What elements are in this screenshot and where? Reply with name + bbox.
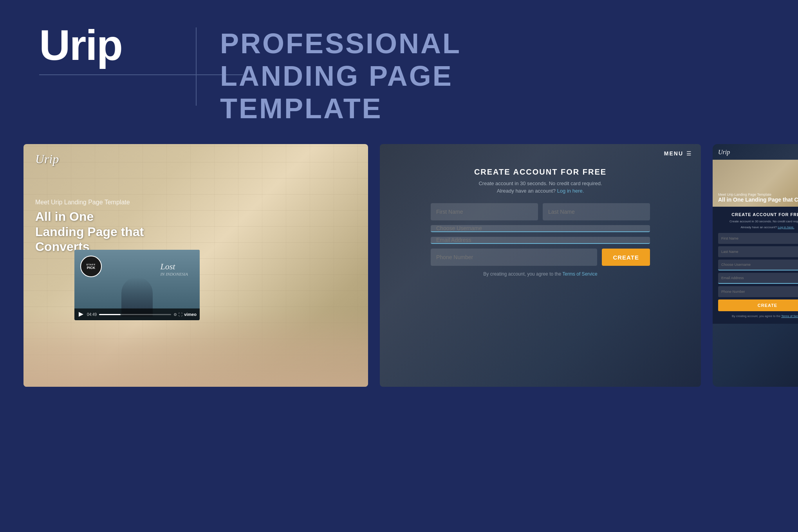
hamburger-icon[interactable]: ☰: [686, 150, 691, 157]
form-fields: CREATE: [431, 203, 650, 266]
mobile-last-name[interactable]: [718, 246, 798, 257]
badge-pick-text: PICK: [87, 266, 96, 270]
progress-bar[interactable]: [99, 314, 171, 315]
form-container: CREATE ACCOUNT FOR FREE Create account i…: [431, 168, 650, 277]
mobile-preview-card: Urip MENU ☰ Meet Urip Landing Page Templ…: [713, 144, 798, 387]
mobile-form-login: Already have an account? Log in here.: [718, 225, 798, 229]
mobile-login-link[interactable]: Log in here.: [778, 225, 794, 229]
first-name-input[interactable]: [431, 203, 538, 220]
video-inner: STAFF PICK Lost IN INDONESIA 04:49: [74, 250, 200, 320]
mobile-form-subtitle: Create account in 30 seconds. No credit …: [718, 219, 798, 224]
hand-overlay: [23, 308, 368, 387]
username-input[interactable]: [431, 225, 650, 232]
logo-underline: [39, 74, 243, 75]
tagline: PROFESSIONALLANDING PAGETEMPLATE: [220, 27, 759, 124]
left-nav: Urip: [35, 152, 59, 166]
left-meet-text: Meet Urip Landing Page Template: [35, 199, 145, 206]
tagline-section: PROFESSIONALLANDING PAGETEMPLATE: [220, 23, 759, 124]
login-link[interactable]: Log in here.: [557, 188, 584, 194]
left-logo: Urip: [35, 152, 59, 166]
header-divider: [196, 27, 197, 106]
mobile-nav: Urip MENU ☰: [713, 144, 798, 160]
left-preview-card: Urip Meet Urip Landing Page Template All…: [23, 144, 368, 387]
right-bg: MENU ☰ CREATE ACCOUNT FOR FREE Create ac…: [380, 144, 701, 387]
video-thumbnail[interactable]: STAFF PICK Lost IN INDONESIA 04:49: [74, 250, 200, 320]
fullscreen-icon: ⛶: [179, 312, 182, 317]
lost-sub: IN INDONESIA: [160, 272, 188, 276]
video-icons: ⚙ ⛶ vimeo: [173, 312, 197, 317]
email-input[interactable]: [431, 237, 650, 244]
left-hero-text: Meet Urip Landing Page Template All in O…: [35, 199, 145, 254]
mobile-terms-link[interactable]: Terms of Service: [781, 314, 798, 318]
play-button[interactable]: [78, 311, 85, 318]
mobile-logo: Urip: [718, 149, 730, 156]
mobile-terms-text: By creating account, you agree to the: [732, 314, 780, 318]
mobile-email[interactable]: [718, 273, 798, 284]
name-row: [431, 203, 650, 220]
left-headline: All in One Landing Page that Converts: [35, 209, 145, 254]
terms-text: By creating account, you agree to the: [483, 271, 561, 277]
logo-section: Urip: [39, 23, 172, 75]
mobile-first-name[interactable]: [718, 233, 798, 244]
right-nav: MENU ☰: [380, 144, 701, 163]
terms-link[interactable]: Terms of Service: [562, 271, 597, 277]
play-icon: [79, 312, 83, 317]
form-login-text: Already have an account?: [497, 188, 556, 194]
mobile-headline: All in One Landing Page that Converts: [718, 197, 798, 203]
mobile-terms: By creating account, you agree to the Te…: [718, 314, 798, 319]
form-title: CREATE ACCOUNT FOR FREE: [431, 168, 650, 177]
mobile-login-text: Already have an account?: [740, 225, 777, 229]
mobile-meet-text: Meet Urip Landing Page Template: [718, 193, 798, 197]
vimeo-logo: vimeo: [184, 312, 197, 317]
create-button[interactable]: CREATE: [602, 249, 650, 266]
progress-fill: [99, 314, 121, 315]
video-controls[interactable]: 04:49 ⚙ ⛶ vimeo: [74, 308, 200, 320]
left-bg: Urip Meet Urip Landing Page Template All…: [23, 144, 368, 387]
right-form-card: MENU ☰ CREATE ACCOUNT FOR FREE Create ac…: [380, 144, 701, 387]
mobile-create-button[interactable]: CREATE: [718, 299, 798, 311]
last-name-input[interactable]: [543, 203, 650, 220]
lost-title: Lost IN INDONESIA: [160, 261, 188, 276]
mobile-phone[interactable]: [718, 286, 798, 297]
mobile-form-title: CREATE ACCOUNT FOR FREE: [718, 212, 798, 217]
mobile-username[interactable]: [718, 260, 798, 271]
main-logo: Urip: [39, 23, 157, 67]
video-time: 04:49: [87, 312, 97, 317]
mobile-hero-text: Meet Urip Landing Page Template All in O…: [718, 193, 798, 203]
mobile-form-area: CREATE ACCOUNT FOR FREE Create account i…: [713, 207, 798, 324]
form-login-line: Already have an account? Log in here.: [431, 188, 650, 194]
form-subtitle: Create account in 30 seconds. No credit …: [431, 180, 650, 186]
phone-create-row: CREATE: [431, 249, 650, 266]
content-area: Urip Meet Urip Landing Page Template All…: [0, 144, 798, 387]
settings-icon: ⚙: [173, 312, 177, 317]
menu-label: MENU: [664, 150, 683, 157]
header: Urip PROFESSIONALLANDING PAGETEMPLATE: [0, 0, 798, 140]
phone-input[interactable]: [431, 249, 597, 266]
form-terms: By creating account, you agree to the Te…: [431, 271, 650, 277]
mobile-hero: Meet Urip Landing Page Template All in O…: [713, 160, 798, 207]
